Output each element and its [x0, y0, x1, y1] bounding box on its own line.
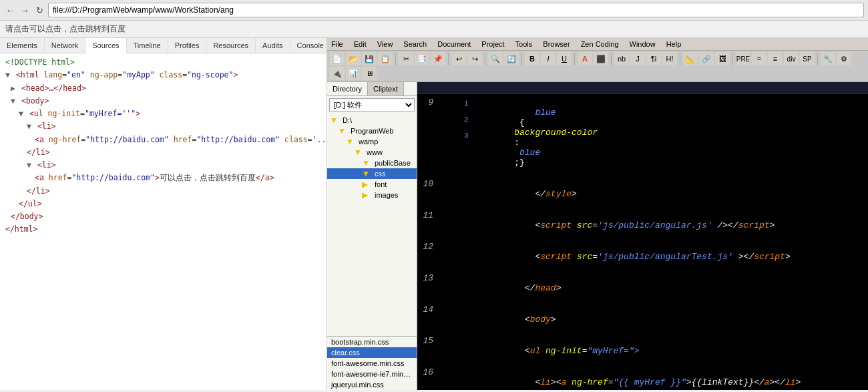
menu-file[interactable]: File — [330, 39, 345, 49]
file-browser: Directory Cliptext [D:] 软件 ▼ D:\ ▼ Progr… — [327, 82, 417, 390]
menu-tools[interactable]: Tools — [514, 39, 534, 49]
fb-item-font[interactable]: ▶ font — [327, 179, 417, 190]
menu-document[interactable]: Document — [436, 39, 472, 49]
file-item-clear[interactable]: clear.css — [327, 347, 417, 358]
fb-item-publicbase[interactable]: ▼ publicBase — [327, 158, 417, 168]
folder-icon: ▶ — [362, 180, 373, 188]
tb-misc1[interactable]: 🔧 — [821, 52, 835, 65]
tb-open[interactable]: 📂 — [346, 52, 361, 65]
forward-button[interactable]: → — [19, 4, 31, 16]
tb-color[interactable]: A — [578, 52, 592, 65]
tb-saveas[interactable]: 📋 — [378, 52, 393, 65]
tb-more3[interactable]: ¶i — [646, 52, 661, 65]
tb-copy[interactable]: 📑 — [415, 52, 429, 65]
tb-underline[interactable]: U — [557, 52, 572, 65]
fb-item-www[interactable]: ▼ www — [327, 147, 417, 158]
reload-button[interactable]: ↻ — [33, 4, 45, 16]
fb-tab-directory[interactable]: Directory — [327, 82, 368, 95]
tb-misc3[interactable]: 🔌 — [330, 67, 345, 80]
fb-label: font — [375, 180, 387, 188]
expand-icon[interactable]: ▼ — [19, 109, 23, 118]
back-button[interactable]: ← — [4, 4, 16, 16]
folder-icon: ▼ — [346, 138, 357, 146]
tb-redo[interactable]: ↪ — [467, 52, 482, 65]
separator — [680, 53, 680, 65]
tb-sp[interactable]: SP — [800, 52, 815, 65]
tb-div[interactable]: div — [784, 52, 799, 65]
expand-icon[interactable]: ▼ — [5, 70, 10, 79]
fb-label: www — [367, 148, 383, 156]
code-line-16: 16 <li><a ng-href="{{ myHref }}">{{linkT… — [417, 367, 868, 390]
browser-toolbar: ← → ↻ — [0, 0, 868, 20]
tb-misc4[interactable]: 📊 — [346, 67, 361, 80]
expand-icon[interactable]: ▼ — [11, 96, 15, 106]
fb-item-wamp[interactable]: ▼ wamp — [327, 136, 417, 147]
devtools-panel: Elements Network Sources Timeline Profil… — [0, 38, 327, 390]
tb-italic[interactable]: I — [541, 52, 556, 65]
dom-line: </ul> — [0, 198, 327, 210]
tb-save[interactable]: 💾 — [362, 52, 377, 65]
fb-item-images[interactable]: ▶ images — [327, 190, 417, 200]
menu-zen-coding[interactable]: Zen Coding — [580, 39, 620, 49]
tb-cut[interactable]: ✂ — [399, 52, 413, 65]
drive-selector[interactable]: [D:] 软件 — [329, 98, 415, 112]
tab-audits[interactable]: Audits — [256, 38, 290, 53]
tab-sources[interactable]: Sources — [85, 38, 126, 53]
tb-bold[interactable]: B — [525, 52, 539, 65]
dom-line: </li> — [0, 146, 327, 159]
dw-menubar: File Edit View Search Document Project T… — [327, 38, 868, 51]
menu-view[interactable]: View — [376, 39, 395, 49]
tb-replace[interactable]: 🔄 — [504, 52, 519, 65]
tb-find[interactable]: 🔍 — [488, 52, 503, 65]
tab-elements[interactable]: Elements — [0, 38, 45, 53]
menu-help[interactable]: Help — [665, 39, 683, 49]
tb-new[interactable]: 📄 — [330, 52, 345, 65]
tab-network[interactable]: Network — [45, 38, 85, 53]
dom-line: ▼ <li> — [0, 120, 327, 133]
code-content: 9 blue { background-color : blue ;} 10 — [417, 94, 868, 390]
tb-pre[interactable]: PRE — [736, 52, 750, 65]
file-item-jqueryui[interactable]: jqueryui.min.css — [327, 379, 417, 390]
tb-more1[interactable]: nb — [614, 52, 629, 65]
tb-more4[interactable]: H! — [662, 52, 677, 65]
line-content: <script src='js/public/angularTest.js' >… — [441, 242, 868, 272]
menu-window[interactable]: Window — [628, 39, 657, 49]
tb-link[interactable]: 🔗 — [699, 52, 714, 65]
fb-item-programweb[interactable]: ▼ ProgramWeb — [327, 126, 417, 136]
menu-edit[interactable]: Edit — [353, 39, 368, 49]
tb-more2[interactable]: J — [630, 52, 645, 65]
file-item-bootstrap[interactable]: bootstrap.min.css — [327, 337, 417, 347]
dom-line: ▼ <html lang="en" ng-app="myApp" class="… — [0, 69, 327, 81]
menu-search[interactable]: Search — [402, 39, 428, 49]
main-layout: Elements Network Sources Timeline Profil… — [0, 38, 868, 390]
tab-resources[interactable]: Resources — [206, 38, 256, 53]
tb-img[interactable]: 🖼 — [715, 52, 730, 65]
dom-line: </html> — [0, 223, 327, 236]
fb-tree[interactable]: ▼ D:\ ▼ ProgramWeb ▼ wamp ▼ www — [327, 114, 417, 336]
tb-undo[interactable]: ↩ — [451, 52, 466, 65]
file-item-fontawesome[interactable]: font-awesome.min.css — [327, 358, 417, 369]
expand-icon[interactable]: ▼ — [27, 160, 31, 170]
tb-table[interactable]: 📐 — [683, 52, 698, 65]
file-item-fontawesome-ie7[interactable]: font-awesome-ie7.min… — [327, 369, 417, 379]
fb-item-d[interactable]: ▼ D:\ — [327, 115, 417, 126]
dom-tree[interactable]: <!DOCTYPE html> ▼ <html lang="en" ng-app… — [0, 53, 327, 390]
line-number: 16 — [417, 367, 441, 377]
address-bar[interactable] — [48, 3, 864, 17]
fb-item-css[interactable]: ▼ css — [327, 168, 417, 179]
expand-icon[interactable]: ▶ — [11, 83, 15, 93]
tb-misc2[interactable]: ⚙ — [837, 52, 851, 65]
tb-align[interactable]: = — [752, 52, 767, 65]
tab-timeline[interactable]: Timeline — [127, 38, 168, 53]
fb-tab-cliptext[interactable]: Cliptext — [368, 82, 404, 95]
menu-project[interactable]: Project — [480, 39, 505, 49]
tb-list[interactable]: ≡ — [768, 52, 783, 65]
expand-icon[interactable]: ▼ — [27, 122, 31, 131]
tab-profiles[interactable]: Profiles — [168, 38, 207, 53]
tb-misc5[interactable]: 🖥 — [362, 67, 377, 80]
menu-browser[interactable]: Browser — [541, 39, 571, 49]
code-editor[interactable]: 1 2 3 9 blue { — [417, 82, 868, 390]
tb-paste[interactable]: 📌 — [431, 52, 445, 65]
tab-console[interactable]: Console — [290, 38, 331, 53]
tb-bgcolor[interactable]: ⬛ — [594, 52, 608, 65]
